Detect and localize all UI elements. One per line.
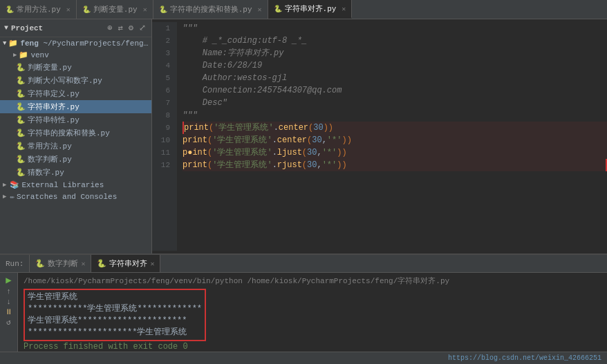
root-expand-chevron: ▼ [3, 40, 6, 47]
run-up-button[interactable]: ↑ [6, 288, 11, 296]
py-file-icon-3: 🐍 [159, 6, 167, 14]
py-icon-4: 🐍 [16, 102, 26, 111]
scratches-chevron: ▶ [3, 193, 6, 200]
py-icon-1: 🐍 [16, 63, 26, 72]
run-output-line-3: 学生管理系统********************** [28, 315, 202, 327]
run-tab-icon-1: 🐍 [35, 259, 45, 268]
tree-item-scratches[interactable]: ▶ ✏️ Scratches and Consoles [0, 191, 151, 202]
py-icon-5: 🐍 [16, 115, 26, 124]
run-output-line-1: 学生管理系统 [28, 291, 202, 303]
tree-item-venv[interactable]: ▶ 📁 venv [0, 49, 151, 61]
code-line-11: p●int('学生管理系统'.ljust(30,'*')) [183, 146, 607, 159]
run-panel: Run: 🐍 数字判断 ✕ 🐍 字符串对齐 ✕ ▶ ↑ ↓ ⏸ ↺ /home/… [0, 253, 607, 364]
sidebar-toolbar: ⊕ ⇄ ⚙ ⤢ [106, 23, 147, 33]
tab-sousuo[interactable]: 🐍 字符串的搜索和替换.py ✕ [153, 0, 268, 19]
tree-item-external-libraries[interactable]: ▶ 📚 External Libraries [0, 179, 151, 191]
line-numbers: 1 2 3 4 5 6 7 8 9 10 11 12 [152, 22, 177, 251]
tab-close-changyong[interactable]: ✕ [66, 6, 71, 14]
py-file-icon: 🐍 [6, 6, 14, 14]
code-line-5: Author:westos-gjl [183, 72, 607, 84]
run-exit-message: Process finished with exit code 0 [24, 341, 601, 352]
tree-item-zifuchuanduiqi[interactable]: 🐍 字符串对齐.py [0, 100, 151, 113]
py-file-icon-2: 🐍 [82, 6, 91, 14]
code-line-8: """ [183, 109, 607, 122]
tree-item-shuzipanduan[interactable]: 🐍 数字判断.py [0, 153, 151, 166]
project-collapse-icon[interactable]: ▼ [4, 24, 8, 32]
tree-item-zifuchuandingyi[interactable]: 🐍 字符串定义.py [0, 87, 151, 100]
run-command: /home/kiosk/PycharmProjects/feng/venv/bi… [24, 276, 601, 287]
editor-tab-bar: 🐍 常用方法.py ✕ 🐍 判断变量.py ✕ 🐍 字符串的搜索和替换.py ✕… [0, 0, 607, 19]
tab-close-panduan[interactable]: ✕ [143, 6, 147, 14]
code-line-7: Desc" [183, 97, 607, 109]
tree-item-sousuo[interactable]: 🐍 字符串的搜索和替换.py [0, 126, 151, 140]
code-line-6: Connection:2457544307@qq.com [183, 84, 607, 97]
code-line-9: print('学生管理系统'.center(30)) [183, 122, 607, 134]
run-play-button[interactable]: ▶ [6, 276, 11, 285]
code-line-3: Name:字符串对齐.py [183, 47, 607, 59]
venv-folder-icon: 📁 [19, 50, 28, 59]
py-icon-6: 🐍 [16, 128, 26, 137]
py-icon-7: 🐍 [16, 142, 26, 151]
tab-panduanbianliang[interactable]: 🐍 判断变量.py ✕ [77, 0, 153, 19]
run-tab-icon-2: 🐍 [97, 259, 106, 268]
run-output: /home/kiosk/PycharmProjects/feng/venv/bi… [18, 273, 607, 352]
ext-lib-chevron: ▶ [3, 181, 6, 189]
tree-root-feng[interactable]: ▼ 📁 feng ~/PycharmProjects/feng… [0, 37, 151, 49]
settings-icon[interactable]: ⚙ [127, 23, 135, 33]
code-line-2: # _*_coding:utf-8 _*_ [183, 35, 607, 47]
status-url: https://blog.csdn.net/weixin_42666251 [448, 354, 601, 362]
code-editor[interactable]: 1 2 3 4 5 6 7 8 9 10 11 12 """ # _*_codi… [152, 19, 607, 253]
run-tab-bar: Run: 🐍 数字判断 ✕ 🐍 字符串对齐 ✕ [0, 255, 607, 273]
project-sidebar: ▼ Project ⊕ ⇄ ⚙ ⤢ ▼ 📁 feng ~/PycharmProj… [0, 19, 152, 253]
ext-lib-icon: 📚 [10, 180, 19, 189]
tree-item-panduandaxiaoxie[interactable]: 🐍 判断大小写和数字.py [0, 74, 151, 87]
add-icon[interactable]: ⊕ [106, 23, 113, 33]
tree-item-caishuzi[interactable]: 🐍 猜数字.py [0, 166, 151, 179]
py-file-icon-4: 🐍 [274, 5, 282, 13]
run-toolbar: ▶ ↑ ↓ ⏸ ↺ [0, 273, 18, 352]
run-content: ▶ ↑ ↓ ⏸ ↺ /home/kiosk/PycharmProjects/fe… [0, 273, 607, 352]
chevron-right-icon: ▶ [13, 51, 17, 59]
py-icon-3: 🐍 [16, 89, 26, 98]
code-lines[interactable]: """ # _*_coding:utf-8 _*_ Name:字符串对齐.py … [177, 22, 607, 251]
run-stop-button[interactable]: ↺ [6, 319, 11, 327]
run-tab-close-2[interactable]: ✕ [150, 260, 154, 268]
run-label: Run: [0, 255, 30, 272]
run-down-button[interactable]: ↓ [6, 298, 11, 306]
root-folder-icon: 📁 [8, 39, 18, 48]
sync-icon[interactable]: ⇄ [117, 23, 124, 33]
py-icon-2: 🐍 [16, 76, 26, 85]
sidebar-header: ▼ Project ⊕ ⇄ ⚙ ⤢ [0, 19, 151, 37]
py-icon-8: 🐍 [16, 155, 26, 164]
tree-item-panduanbianliang[interactable]: 🐍 判断变量.py [0, 61, 151, 74]
expand-icon[interactable]: ⤢ [138, 23, 147, 33]
code-line-12: print('学生管理系统'.rjust(30,'*')) [183, 159, 607, 171]
tab-duiqi[interactable]: 🐍 字符串对齐.py ✕ [268, 0, 353, 19]
run-status-bar: https://blog.csdn.net/weixin_42666251 [0, 352, 607, 364]
tab-close-duiqi[interactable]: ✕ [342, 5, 346, 13]
py-icon-9: 🐍 [16, 168, 26, 177]
run-output-line-2: ************学生管理系统************* [28, 303, 202, 315]
code-line-10: print('学生管理系统'.center(30,'*')) [183, 134, 607, 146]
run-tab-shuzipanduan[interactable]: 🐍 数字判断 ✕ [30, 255, 91, 272]
run-tab-zifuchuanduiqi[interactable]: 🐍 字符串对齐 ✕ [91, 255, 160, 272]
tab-close-sousuo[interactable]: ✕ [258, 6, 262, 14]
tree-item-changyong[interactable]: 🐍 常用方法.py [0, 140, 151, 153]
code-area: 1 2 3 4 5 6 7 8 9 10 11 12 """ # _*_codi… [152, 19, 607, 253]
main-content: ▼ Project ⊕ ⇄ ⚙ ⤢ ▼ 📁 feng ~/PycharmProj… [0, 19, 607, 253]
run-output-line-4: **********************学生管理系统 [28, 327, 202, 338]
code-line-1: """ [183, 22, 607, 35]
code-line-4: Date:6/28/19 [183, 59, 607, 72]
tree-item-zifuchuantexing[interactable]: 🐍 字符串特性.py [0, 113, 151, 126]
run-pause-button[interactable]: ⏸ [5, 309, 12, 316]
run-tab-close-1[interactable]: ✕ [81, 260, 85, 268]
tab-changyong[interactable]: 🐍 常用方法.py ✕ [0, 0, 77, 19]
scratches-icon: ✏️ [10, 192, 15, 201]
